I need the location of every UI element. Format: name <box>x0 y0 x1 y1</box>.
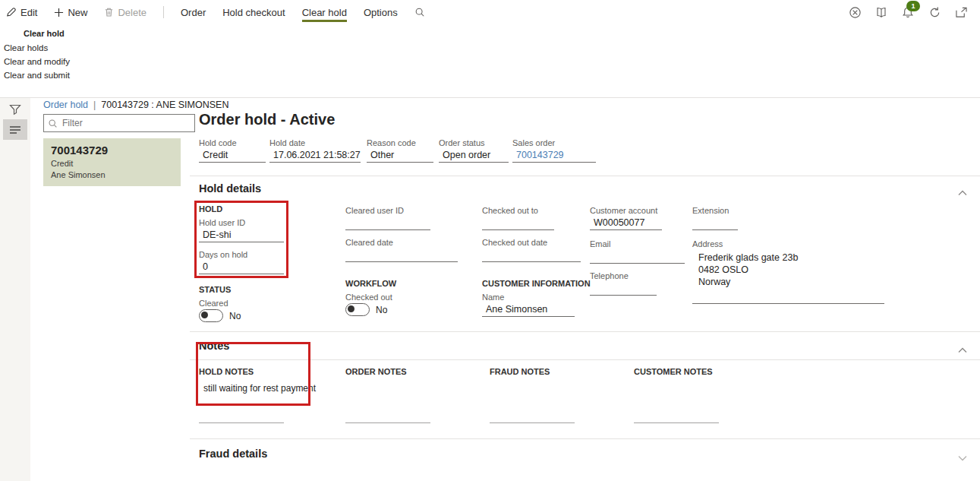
field-value[interactable] <box>482 215 554 230</box>
hold-checkout-menu-button[interactable]: Hold checkout <box>222 7 285 18</box>
checked-out-toggle[interactable] <box>345 303 370 316</box>
field-value[interactable] <box>692 215 738 230</box>
customer-notes-input-underline[interactable] <box>634 422 719 423</box>
field-label: Cleared date <box>345 238 458 247</box>
breadcrumb-separator: | <box>93 100 96 110</box>
field-value[interactable] <box>590 280 657 296</box>
field-value[interactable] <box>482 247 581 262</box>
field-label: Extension <box>692 206 738 215</box>
open-in-new-window-icon[interactable] <box>954 5 968 19</box>
hold-notes-input-underline[interactable] <box>199 422 284 423</box>
field-hold-user-id: Hold user ID DE-shi <box>199 218 284 242</box>
pencil-icon <box>6 7 17 17</box>
section-header-fraud-details[interactable]: Fraud details <box>199 448 267 460</box>
record-customer-name: Ane Simonsen <box>51 170 173 179</box>
record-hold-code: Credit <box>51 159 173 168</box>
order-menu-button[interactable]: Order <box>181 7 206 18</box>
dismiss-circle-icon[interactable] <box>848 5 862 19</box>
breadcrumb-link-order-hold[interactable]: Order hold <box>43 100 88 110</box>
column-header-order-notes: ORDER NOTES <box>345 367 407 376</box>
record-list-item[interactable]: 700143729 Credit Ane Simonsen <box>43 138 181 186</box>
field-sales-order: Sales order 700143729 <box>512 138 596 163</box>
field-label: Name <box>482 293 575 302</box>
order-label: Order <box>181 7 206 18</box>
field-label: Order status <box>439 138 509 147</box>
field-label: Email <box>590 239 685 248</box>
hold-checkout-label: Hold checkout <box>222 7 285 18</box>
clear-hold-label: Clear hold <box>302 7 347 18</box>
section-divider <box>190 331 980 332</box>
order-notes-input-underline[interactable] <box>345 422 430 423</box>
field-value[interactable] <box>345 247 458 262</box>
expand-chevron-down-icon[interactable] <box>958 451 967 464</box>
cleared-toggle-value: No <box>229 311 241 321</box>
page-title: Order hold - Active <box>199 111 335 128</box>
field-customer-account: Customer account W00050077 <box>590 206 662 230</box>
field-value[interactable]: DE-shi <box>199 227 284 242</box>
toolbar-search-button[interactable] <box>414 7 425 17</box>
menu-item-clear-holds[interactable]: Clear holds <box>4 43 70 52</box>
fraud-notes-input-underline[interactable] <box>490 422 575 423</box>
hold-notes-text[interactable]: still waiting for rest payment <box>203 383 316 394</box>
field-value[interactable]: 0 <box>199 259 284 274</box>
field-value[interactable]: 17.06.2021 21:58:27 <box>269 147 361 163</box>
address-underline <box>692 303 884 304</box>
task-guide-book-icon[interactable] <box>874 5 888 19</box>
field-days-on-hold: Days on hold 0 <box>199 250 284 274</box>
panel-list-view-button[interactable] <box>3 119 27 140</box>
address-line-1: Frederik glads gate 23b <box>698 252 798 264</box>
breadcrumb-current: 700143729 : ANE SIMONSEN <box>101 100 228 110</box>
new-button[interactable]: New <box>54 7 87 18</box>
toggle-knob <box>201 312 208 318</box>
address-line-2: 0482 OSLO <box>698 264 798 276</box>
field-cleared-user-id: Cleared user ID <box>345 206 430 230</box>
collapse-chevron-up-icon[interactable] <box>958 343 967 356</box>
filter-input[interactable] <box>43 114 195 132</box>
field-label-checked-out: Checked out <box>345 293 392 302</box>
field-name: Name Ane Simonsen <box>482 293 575 317</box>
address-value: Frederik glads gate 23b 0482 OSLO Norway <box>698 252 798 288</box>
collapse-chevron-up-icon[interactable] <box>958 185 967 199</box>
menu-item-clear-and-modify[interactable]: Clear and modify <box>4 57 70 66</box>
filter-search-icon <box>48 118 58 131</box>
field-value[interactable] <box>590 248 685 264</box>
group-label-hold: HOLD <box>199 204 222 214</box>
section-header-notes[interactable]: Notes <box>199 340 229 352</box>
field-value[interactable]: Open order <box>439 147 509 163</box>
field-value[interactable]: Credit <box>199 147 266 163</box>
menu-item-clear-and-submit[interactable]: Clear and submit <box>4 71 70 80</box>
delete-button[interactable]: Delete <box>104 7 147 18</box>
field-value[interactable]: W00050077 <box>590 215 662 230</box>
field-label: Checked out date <box>482 238 581 247</box>
cleared-toggle-row: No <box>199 309 241 322</box>
field-value[interactable]: Other <box>367 147 433 163</box>
cleared-toggle[interactable] <box>199 309 223 322</box>
plus-icon <box>54 8 64 17</box>
options-label: Options <box>364 7 398 18</box>
checked-out-toggle-row: No <box>345 303 387 316</box>
field-order-status: Order status Open order <box>439 138 509 163</box>
field-value[interactable]: Ane Simonsen <box>482 302 575 317</box>
section-header-hold-details[interactable]: Hold details <box>199 182 261 195</box>
refresh-icon[interactable] <box>928 5 941 19</box>
filter-funnel-icon[interactable] <box>9 104 21 119</box>
toolbar-separator <box>163 6 164 18</box>
notifications-bell-icon[interactable]: 1 <box>901 5 915 19</box>
field-label: Days on hold <box>199 250 284 259</box>
clear-hold-menu-button[interactable]: Clear hold <box>302 7 347 22</box>
record-id: 700143729 <box>51 144 173 157</box>
field-telephone: Telephone <box>590 271 657 296</box>
field-value[interactable] <box>345 215 430 230</box>
column-header-hold-notes: HOLD NOTES <box>199 367 254 376</box>
edit-button[interactable]: Edit <box>6 7 37 18</box>
field-label: Cleared user ID <box>345 206 430 215</box>
header-icon-group: 1 <box>848 5 968 19</box>
field-label: Checked out to <box>482 206 554 215</box>
column-header-customer-notes: CUSTOMER NOTES <box>634 367 713 376</box>
field-hold-code: Hold code Credit <box>199 138 266 163</box>
field-label: Customer account <box>590 206 662 215</box>
record-filter <box>43 114 195 132</box>
options-menu-button[interactable]: Options <box>364 7 398 18</box>
field-label: Hold date <box>269 138 361 147</box>
sales-order-link[interactable]: 700143729 <box>512 147 596 163</box>
